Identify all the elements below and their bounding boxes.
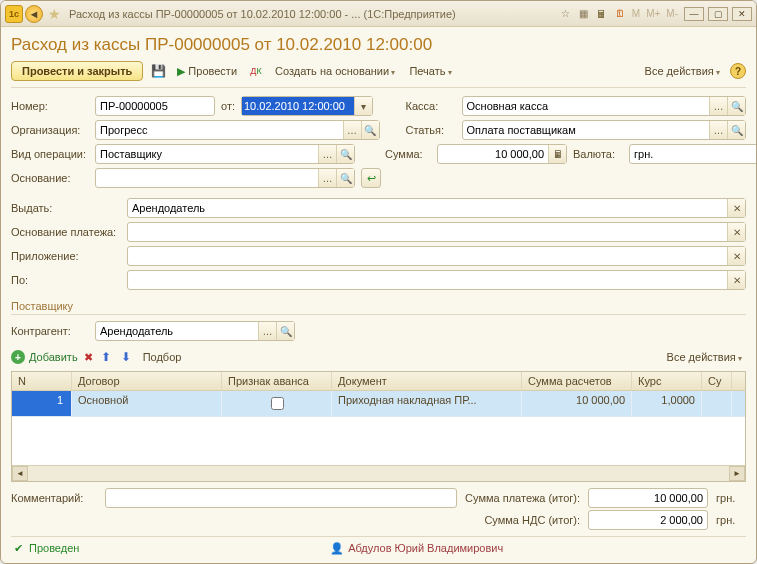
status-bar: ✔ Проведен 👤 Абдулов Юрий Владимирович <box>11 536 746 555</box>
fill-basis-icon[interactable]: ↩ <box>361 168 381 188</box>
create-based-button[interactable]: Создать на основании <box>271 63 399 79</box>
currency-label: Валюта: <box>573 148 623 160</box>
attachment-clear-icon[interactable]: ✕ <box>727 247 745 265</box>
org-select-icon[interactable]: … <box>343 121 361 139</box>
minimize-button[interactable]: — <box>684 7 704 21</box>
cell-kurs[interactable]: 1,0000 <box>632 391 702 416</box>
kassa-open-icon[interactable]: 🔍 <box>727 97 745 115</box>
memory-m[interactable]: M <box>630 8 642 19</box>
delete-row-icon[interactable]: ✖ <box>84 351 93 364</box>
cell-doc[interactable]: Приходная накладная ПР... <box>332 391 522 416</box>
posted-label: Проведен <box>29 542 79 554</box>
tool-icon[interactable]: ▦ <box>576 6 592 22</box>
date-spinner-icon[interactable]: ▾ <box>354 97 372 115</box>
basis-open-icon[interactable]: 🔍 <box>336 169 354 187</box>
article-select-icon[interactable]: … <box>709 121 727 139</box>
post-and-close-button[interactable]: Провести и закрыть <box>11 61 143 81</box>
issue-input[interactable] <box>128 199 727 217</box>
optype-field[interactable]: … 🔍 <box>95 144 355 164</box>
attachment-input[interactable] <box>128 247 727 265</box>
currency-field[interactable]: … 🔍 <box>629 144 756 164</box>
optype-input[interactable] <box>96 145 318 163</box>
comment-input[interactable] <box>106 489 456 507</box>
counterparty-input[interactable] <box>96 322 258 340</box>
counterparty-open-icon[interactable]: 🔍 <box>276 322 294 340</box>
counterparty-field[interactable]: … 🔍 <box>95 321 295 341</box>
org-field[interactable]: … 🔍 <box>95 120 380 140</box>
cell-n[interactable]: 1 <box>12 391 72 416</box>
counterparty-select-icon[interactable]: … <box>258 322 276 340</box>
calculator-icon[interactable]: 🖩 <box>594 6 610 22</box>
avans-checkbox[interactable] <box>271 397 284 410</box>
basis-field[interactable]: … 🔍 <box>95 168 355 188</box>
th-dogovor[interactable]: Договор <box>72 372 222 390</box>
payment-basis-clear-icon[interactable]: ✕ <box>727 223 745 241</box>
sum-field[interactable]: 🖩 <box>437 144 567 164</box>
attachment-field[interactable]: ✕ <box>127 246 746 266</box>
move-down-icon[interactable]: ⬇ <box>119 350 133 364</box>
fav-small-icon[interactable]: ☆ <box>558 6 574 22</box>
calendar-icon[interactable]: 🗓 <box>612 6 628 22</box>
kassa-select-icon[interactable]: … <box>709 97 727 115</box>
payment-basis-field[interactable]: ✕ <box>127 222 746 242</box>
paysum-label: Сумма платежа (итог): <box>465 492 580 504</box>
org-input[interactable] <box>96 121 343 139</box>
th-n[interactable]: N <box>12 372 72 390</box>
save-icon[interactable]: 💾 <box>149 62 167 80</box>
table-all-actions[interactable]: Все действия <box>663 349 746 365</box>
select-button[interactable]: Подбор <box>139 349 186 365</box>
optype-open-icon[interactable]: 🔍 <box>336 145 354 163</box>
move-up-icon[interactable]: ⬆ <box>99 350 113 364</box>
help-icon[interactable]: ? <box>730 63 746 79</box>
maximize-button[interactable]: ▢ <box>708 7 728 21</box>
basis-input[interactable] <box>96 169 318 187</box>
date-value[interactable]: 10.02.2010 12:00:00 <box>242 97 354 115</box>
back-icon[interactable]: ◄ <box>25 5 43 23</box>
th-avans[interactable]: Признак аванса <box>222 372 332 390</box>
payment-basis-input[interactable] <box>128 223 727 241</box>
po-field[interactable]: ✕ <box>127 270 746 290</box>
article-open-icon[interactable]: 🔍 <box>727 121 745 139</box>
app-logo-icon: 1c <box>5 5 23 23</box>
number-input[interactable] <box>96 97 214 115</box>
author-info[interactable]: 👤 Абдулов Юрий Владимирович <box>330 541 503 555</box>
date-field[interactable]: 10.02.2010 12:00:00 ▾ <box>241 96 373 116</box>
org-open-icon[interactable]: 🔍 <box>361 121 379 139</box>
article-input[interactable] <box>463 121 710 139</box>
th-su[interactable]: Су <box>702 372 732 390</box>
th-kurs[interactable]: Курс <box>632 372 702 390</box>
scroll-right-icon[interactable]: ► <box>729 466 745 481</box>
basis-select-icon[interactable]: … <box>318 169 336 187</box>
cell-dogovor[interactable]: Основной <box>72 391 222 416</box>
favorite-icon[interactable]: ★ <box>45 5 63 23</box>
kassa-field[interactable]: … 🔍 <box>462 96 747 116</box>
po-clear-icon[interactable]: ✕ <box>727 271 745 289</box>
cell-su[interactable] <box>702 391 732 416</box>
table-row[interactable]: 1 Основной Приходная накладная ПР... 10 … <box>12 391 745 417</box>
th-sum[interactable]: Сумма расчетов <box>522 372 632 390</box>
kassa-input[interactable] <box>463 97 710 115</box>
article-field[interactable]: … 🔍 <box>462 120 747 140</box>
cell-sum[interactable]: 10 000,00 <box>522 391 632 416</box>
cell-avans[interactable] <box>222 391 332 416</box>
issue-field[interactable]: ✕ <box>127 198 746 218</box>
comment-field[interactable] <box>105 488 457 508</box>
add-button[interactable]: +Добавить <box>11 350 78 364</box>
currency-input[interactable] <box>630 145 756 163</box>
po-input[interactable] <box>128 271 727 289</box>
sum-calc-icon[interactable]: 🖩 <box>548 145 566 163</box>
sum-input[interactable] <box>438 145 548 163</box>
print-button[interactable]: Печать <box>405 63 455 79</box>
all-actions-button[interactable]: Все действия <box>641 63 724 79</box>
number-field[interactable] <box>95 96 215 116</box>
scroll-left-icon[interactable]: ◄ <box>12 466 28 481</box>
close-button[interactable]: ✕ <box>732 7 752 21</box>
dt-kt-icon[interactable]: ДК <box>247 62 265 80</box>
hscrollbar[interactable]: ◄ ► <box>12 465 745 481</box>
memory-mminus[interactable]: M- <box>664 8 680 19</box>
optype-select-icon[interactable]: … <box>318 145 336 163</box>
issue-clear-icon[interactable]: ✕ <box>727 199 745 217</box>
th-doc[interactable]: Документ <box>332 372 522 390</box>
memory-mplus[interactable]: M+ <box>644 8 662 19</box>
post-button[interactable]: ▶ Провести <box>173 63 241 80</box>
